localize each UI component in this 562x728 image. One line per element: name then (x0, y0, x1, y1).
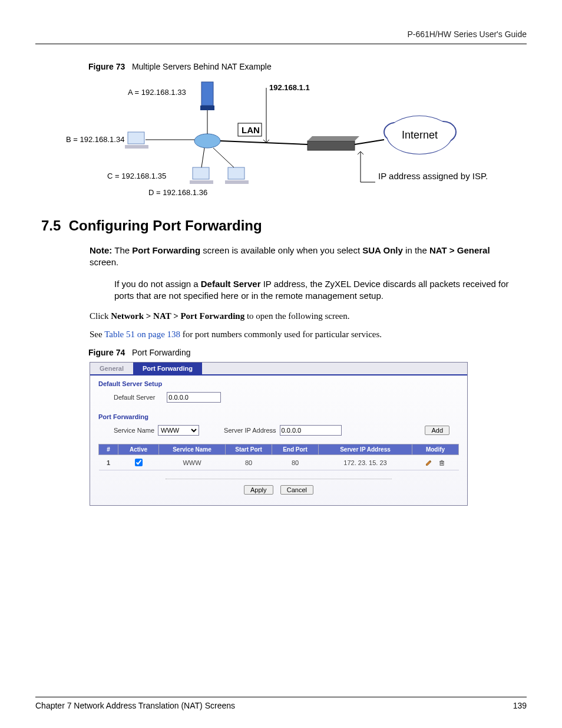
figure-73-label: Figure 73 (88, 62, 125, 71)
port-forwarding-screenshot: General Port Forwarding Default Server S… (90, 362, 468, 506)
row-active-checkbox[interactable] (135, 459, 143, 466)
figure-73-caption: Figure 73 Multiple Servers Behind NAT Ex… (88, 62, 527, 71)
figure-74-caption: Figure 74 Port Forwarding (88, 348, 527, 357)
svg-line-25 (358, 151, 361, 154)
isp-note: IP address assigned by ISP. (378, 170, 488, 182)
apply-button[interactable]: Apply (244, 485, 273, 495)
page-footer: Chapter 7 Network Address Translation (N… (35, 697, 527, 710)
section-title: Configuring Port Forwarding (69, 218, 262, 233)
default-server-input[interactable] (167, 392, 221, 403)
trash-icon[interactable] (438, 459, 445, 466)
row-num: 1 (107, 459, 110, 466)
node-c-label: C = 192.168.1.35 (107, 172, 166, 180)
svg-rect-0 (201, 82, 213, 106)
svg-point-8 (194, 134, 220, 148)
col-service: Service Name (159, 444, 226, 455)
svg-rect-2 (128, 132, 144, 144)
add-button[interactable]: Add (425, 426, 449, 435)
body-text: Click Network > NAT > Port Forwarding to… (90, 311, 509, 340)
row-start: 80 (226, 455, 272, 470)
edit-icon[interactable] (425, 459, 434, 466)
node-d-label: D = 192.168.1.36 (148, 188, 207, 197)
port-forwarding-table: # Active Service Name Start Port End Por… (98, 444, 459, 470)
node-a-label: A = 192.168.1.33 (128, 88, 186, 97)
col-ip: Server IP Address (319, 444, 412, 455)
svg-line-23 (266, 140, 269, 143)
service-name-label: Service Name (114, 427, 154, 434)
row-ip: 172. 23. 15. 23 (319, 455, 412, 470)
default-server-setup-title: Default Server Setup (90, 375, 467, 390)
apply-row: Apply Cancel (90, 470, 467, 505)
svg-rect-4 (193, 167, 209, 179)
footer-chapter: Chapter 7 Network Address Translation (N… (35, 701, 235, 710)
svg-rect-6 (228, 167, 244, 179)
footer-page: 139 (513, 701, 527, 710)
col-end: End Port (272, 444, 319, 455)
col-num: # (99, 444, 118, 455)
table-51-link[interactable]: Table 51 on page 138 (104, 330, 180, 339)
tab-bar: General Port Forwarding (90, 363, 467, 375)
port-forwarding-subtitle: Port Forwarding (90, 409, 467, 423)
svg-line-18 (213, 148, 234, 167)
page-header: P-661H/HW Series User's Guide (35, 29, 527, 44)
default-server-label: Default Server (114, 394, 155, 401)
svg-line-20 (355, 140, 384, 144)
svg-line-17 (201, 148, 204, 167)
service-name-select[interactable]: WWW (158, 425, 199, 436)
svg-rect-3 (125, 145, 148, 149)
table-row: 1 WWW 80 80 172. 23. 15. 23 (99, 455, 459, 470)
col-start: Start Port (226, 444, 272, 455)
node-b-label: B = 192.168.1.34 (66, 135, 124, 144)
figure-74-title: Port Forwarding (132, 348, 191, 357)
note-block: Note: The Port Forwarding screen is avai… (90, 245, 509, 302)
col-active: Active (118, 444, 159, 455)
svg-rect-7 (225, 180, 249, 184)
svg-rect-9 (308, 141, 355, 150)
figure-73-title: Multiple Servers Behind NAT Example (132, 62, 272, 71)
svg-line-26 (361, 151, 363, 154)
tab-general[interactable]: General (90, 363, 133, 374)
lan-label: LAN (242, 125, 260, 135)
svg-marker-10 (308, 136, 359, 141)
server-ip-input[interactable] (280, 425, 342, 436)
col-modify: Modify (412, 444, 459, 455)
tab-port-forwarding[interactable]: Port Forwarding (133, 363, 202, 374)
cancel-button[interactable]: Cancel (280, 485, 313, 495)
network-diagram: A = 192.168.1.33 192.168.1.1 LAN Interne… (90, 76, 472, 200)
router-ip-label: 192.168.1.1 (269, 83, 310, 92)
section-number: 7.5 (41, 218, 61, 233)
note-prefix: Note: (90, 245, 112, 255)
server-ip-label: Server IP Address (224, 427, 276, 434)
svg-rect-5 (190, 180, 213, 184)
section-heading: 7.5 Configuring Port Forwarding (41, 218, 527, 234)
internet-label: Internet (402, 129, 438, 141)
svg-line-19 (220, 141, 308, 144)
guide-title: P-661H/HW Series User's Guide (407, 29, 527, 39)
figure-74-label: Figure 74 (88, 348, 125, 357)
svg-rect-1 (200, 106, 214, 110)
row-service: WWW (159, 455, 226, 470)
row-end: 80 (272, 455, 319, 470)
